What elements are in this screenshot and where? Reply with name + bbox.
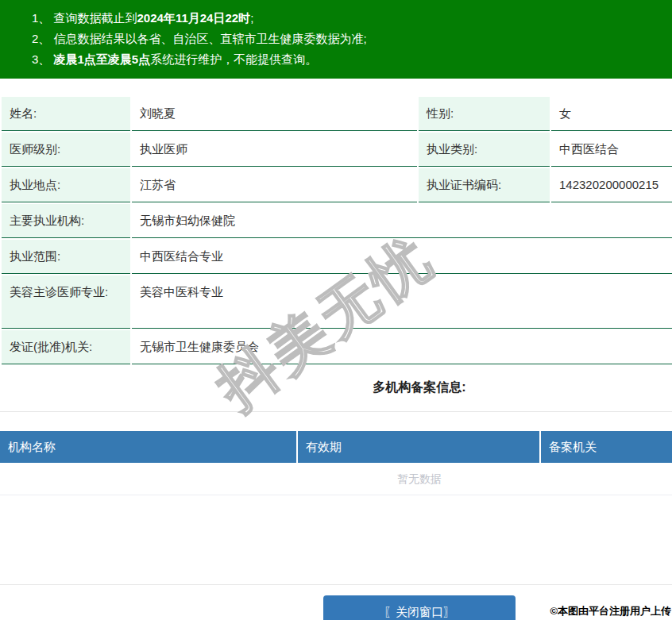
table-row: 美容主诊医师专业: 美容中医科专业 (2, 275, 672, 329)
field-value-practice-scope: 中西医结合专业 (132, 240, 672, 274)
notice-line-2: 2、 信息数据结果以各省、自治区、直辖市卫生健康委数据为准; (32, 29, 672, 49)
field-value-cosmetic-specialty: 美容中医科专业 (132, 275, 672, 329)
registry-table-header: 机构名称 有效期 备案机关 (0, 431, 672, 463)
query-result-page: 1、 查询数据截止到2024年11月24日22时; 2、 信息数据结果以各省、自… (0, 0, 672, 620)
content-canvas: 1、 查询数据截止到2024年11月24日22时; 2、 信息数据结果以各省、自… (0, 0, 672, 620)
notice-line-1-post: ; (250, 11, 253, 25)
field-label-cosmetic-specialty: 美容主诊医师专业: (2, 275, 130, 329)
notice-line-1-bold: 2024年11月24日22时 (137, 11, 251, 25)
registry-column-validity: 有效期 (298, 431, 539, 463)
field-label-gender: 性别: (419, 97, 550, 131)
table-row: 执业范围: 中西医结合专业 (2, 240, 672, 274)
close-window-button[interactable]: 〖关闭窗口〗 (323, 595, 516, 620)
field-label-main-institution: 主要执业机构: (2, 204, 130, 238)
notice-line-2-text: 2、 信息数据结果以各省、自治区、直辖市卫生健康委数据为准; (32, 32, 367, 45)
field-label-certificate-no: 执业证书编码: (419, 168, 550, 202)
registry-section-title: 多机构备案信息: (373, 380, 465, 394)
field-label-practice-place: 执业地点: (2, 168, 130, 202)
field-value-certificate-no: 142320200000215 (551, 168, 672, 202)
table-row: 姓名: 刘晓夏 性别: 女 (2, 97, 672, 131)
notice-line-3-text: 3、 (32, 52, 54, 66)
field-value-main-institution: 无锡市妇幼保健院 (132, 204, 672, 238)
table-row: 执业地点: 江苏省 执业证书编码: 142320200000215 (2, 168, 672, 202)
notice-banner: 1、 查询数据截止到2024年11月24日22时; 2、 信息数据结果以各省、自… (0, 0, 672, 79)
field-value-issuing-authority: 无锡市卫生健康委员会 (132, 330, 672, 364)
field-value-practice-place: 江苏省 (132, 168, 417, 202)
registry-column-institution: 机构名称 (0, 431, 296, 463)
field-label-issuing-authority: 发证(批准)机关: (2, 330, 130, 364)
notice-line-3-post: 系统进行维护，不能提供查询。 (150, 52, 317, 66)
notice-line-3: 3、 凌晨1点至凌晨5点系统进行维护，不能提供查询。 (32, 49, 672, 70)
copyright-stamp: ©本图由平台注册用户上传 (550, 604, 671, 618)
field-label-practice-scope: 执业范围: (2, 240, 130, 274)
blank-area (0, 495, 672, 584)
field-value-name: 刘晓夏 (132, 97, 417, 131)
registry-column-authority: 备案机关 (541, 431, 672, 463)
notice-line-3-bold: 凌晨1点至凌晨5点 (54, 52, 151, 66)
table-row: 发证(批准)机关: 无锡市卫生健康委员会 (2, 330, 672, 364)
notice-line-1-text: 1、 查询数据截止到 (32, 11, 137, 25)
registry-empty-state: 暂无数据 (0, 463, 672, 495)
field-label-name: 姓名: (2, 97, 130, 131)
field-value-gender: 女 (551, 97, 672, 131)
registry-section-header: 多机构备案信息: (0, 366, 672, 412)
table-row: 主要执业机构: 无锡市妇幼保健院 (2, 204, 672, 238)
notice-line-1: 1、 查询数据截止到2024年11月24日22时; (32, 8, 672, 29)
field-label-practice-category: 执业类别: (419, 133, 550, 167)
field-label-doctor-level: 医师级别: (2, 133, 130, 167)
table-row: 医师级别: 执业医师 执业类别: 中西医结合 (2, 133, 672, 167)
field-value-doctor-level: 执业医师 (132, 133, 417, 167)
practitioner-info-table: 姓名: 刘晓夏 性别: 女 医师级别: 执业医师 执业类别: 中西医结合 执业地… (0, 95, 672, 366)
field-value-practice-category: 中西医结合 (551, 133, 672, 167)
